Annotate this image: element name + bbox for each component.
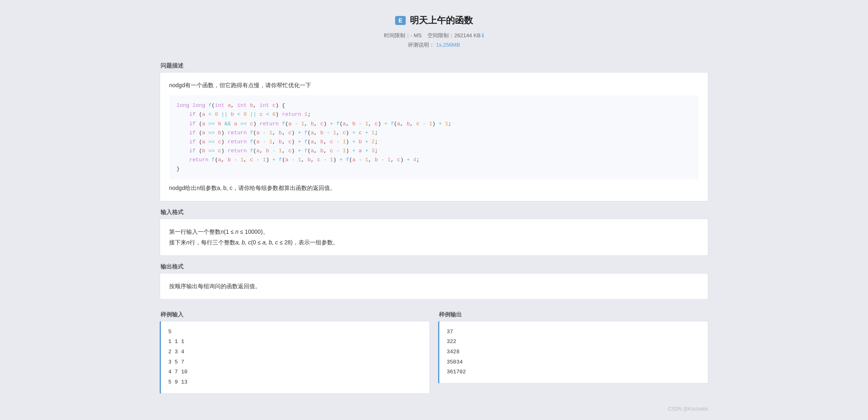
sample-output-line-3: 35034 [447, 357, 701, 368]
input-line2: 接下来n行，每行三个整数a, b, c(0 ≤ a, b, c ≤ 28)，表示… [169, 237, 699, 248]
sample-output-col: 样例输出 37 322 3428 35034 361702 [438, 304, 708, 394]
sample-output-line-2: 3428 [447, 347, 701, 357]
input-format-box: 第一行输入一个整数n(1 ≤ n ≤ 10000)。 接下来n行，每行三个整数a… [160, 219, 708, 256]
problem-badge: E [395, 16, 405, 25]
sample-input-line-5: 5 9 13 [168, 377, 422, 388]
output-format-box: 按顺序输出每组询问的函数返回值。 [160, 273, 708, 300]
problem-intro: nodgd有一个函数，但它跑得有点慢，请你帮忙优化一下 [169, 80, 699, 91]
sample-input-line-3: 3 5 7 [168, 357, 422, 368]
sample-output-line-1: 322 [447, 337, 701, 347]
problem-outro: nodgd给出n组参数a, b, c，请你给每组参数都算出函数的返回值。 [169, 183, 699, 194]
sample-output-box: 37 322 3428 35034 361702 [438, 321, 708, 384]
sample-input-line-4: 4 7 10 [168, 367, 422, 377]
info-icon: ℹ [482, 32, 484, 38]
sample-input-line-0: 5 [168, 327, 422, 337]
problem-meta: 时间限制：- MS 空间限制：262144 KB ℹ 评测说明： 1s,256M… [160, 31, 708, 50]
sample-input-box: 5 1 1 1 2 3 4 3 5 7 4 7 10 5 9 13 [160, 321, 430, 394]
sample-output-line-0: 37 [447, 327, 701, 337]
problem-title: 明天上午的函数 [410, 14, 473, 27]
problem-desc-box: nodgd有一个函数，但它跑得有点慢，请你帮忙优化一下 long long f(… [160, 72, 708, 201]
title-row: E 明天上午的函数 [160, 14, 708, 27]
space-limit-label: 空间限制：262144 KB [427, 32, 480, 38]
examples-row: 样例输入 5 1 1 1 2 3 4 3 5 7 4 7 10 5 9 13 样… [160, 304, 708, 394]
judge-note-label: 评测说明： [408, 42, 434, 48]
section-output-format: 输出格式 [160, 263, 708, 271]
problem-header: E 明天上午的函数 时间限制：- MS 空间限制：262144 KB ℹ 评测说… [160, 8, 708, 54]
code-block: long long f(int a, int b, int c) { if (a… [169, 95, 699, 179]
footer-credit: CSDN @Kochakin [160, 406, 708, 412]
output-text: 按顺序输出每组询问的函数返回值。 [169, 281, 699, 292]
input-line1: 第一行输入一个整数n(1 ≤ n ≤ 10000)。 [169, 226, 699, 237]
sample-input-line-2: 2 3 4 [168, 347, 422, 357]
sample-input-col: 样例输入 5 1 1 1 2 3 4 3 5 7 4 7 10 5 9 13 [160, 304, 430, 394]
section-input-format: 输入格式 [160, 209, 708, 216]
time-limit-label: 时间限制：- MS [384, 32, 422, 38]
sample-output-line-4: 361702 [447, 367, 701, 377]
section-problem-desc: 问题描述 [160, 62, 708, 70]
judge-note-link[interactable]: 1s,256MB [436, 42, 460, 48]
sample-output-label: 样例输出 [438, 311, 708, 318]
sample-input-label: 样例输入 [160, 311, 430, 318]
sample-input-line-1: 1 1 1 [168, 337, 422, 347]
